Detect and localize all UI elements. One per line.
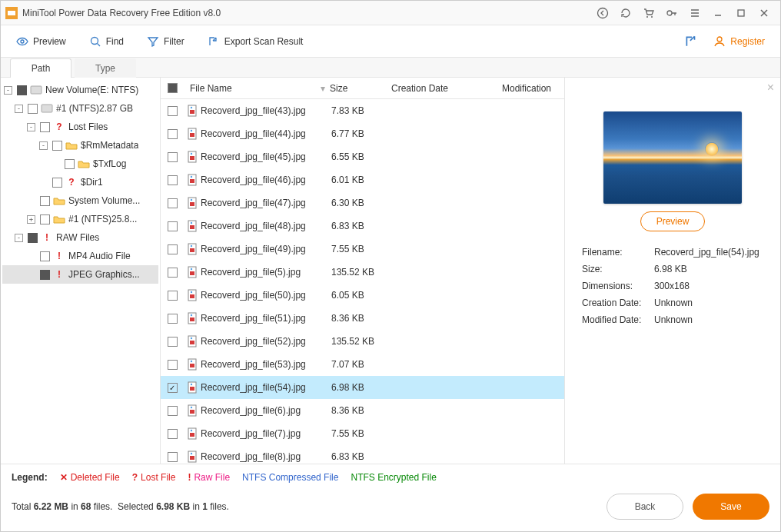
tree-drive2[interactable]: +#1 (NTFS)25.8... (2, 210, 158, 228)
tab-path[interactable]: Path (10, 58, 71, 78)
row-checkbox[interactable] (161, 244, 184, 254)
tree-root[interactable]: -New Volume(E: NTFS) (2, 81, 158, 99)
filter-button[interactable]: Filter (139, 31, 192, 52)
row-checkbox[interactable] (161, 221, 184, 231)
refresh-icon[interactable] (614, 2, 637, 24)
tree-rmmetadata[interactable]: -$RmMetadata (2, 136, 158, 155)
row-checkbox[interactable] (161, 314, 184, 324)
cart-icon[interactable] (637, 2, 660, 24)
row-checkbox[interactable] (161, 429, 184, 439)
image-file-icon (184, 289, 201, 301)
svg-rect-18 (190, 156, 194, 160)
tree-dir1[interactable]: ?$Dir1 (2, 173, 158, 191)
image-file-icon (184, 381, 201, 394)
tree-lost-files[interactable]: -?Lost Files (2, 118, 158, 136)
file-row[interactable]: Recoverd_jpg_file(51).jpg8.36 KB (161, 307, 564, 330)
file-name: Recoverd_jpg_file(46).jpg (201, 175, 331, 185)
row-checkbox[interactable] (161, 406, 184, 416)
row-checkbox[interactable] (161, 106, 184, 116)
file-size: 7.55 KB (331, 428, 393, 439)
file-name: Recoverd_jpg_file(5).jpg (201, 267, 331, 278)
svg-point-22 (191, 176, 192, 178)
file-row[interactable]: Recoverd_jpg_file(5).jpg135.52 KB (161, 261, 564, 284)
share-button[interactable] (680, 30, 703, 53)
row-checkbox[interactable] (161, 291, 184, 301)
tree-sysvol[interactable]: System Volume... (2, 191, 158, 210)
file-row[interactable]: Recoverd_jpg_file(53).jpg7.07 KB (161, 353, 564, 376)
preview-open-button[interactable]: Preview (640, 211, 705, 231)
image-file-icon (184, 451, 201, 463)
row-checkbox[interactable] (161, 152, 184, 162)
tree-raw[interactable]: -!RAW Files (2, 228, 158, 247)
svg-point-49 (191, 384, 192, 385)
row-checkbox[interactable] (161, 268, 184, 278)
tree-drive1[interactable]: -#1 (NTFS)2.87 GB (2, 99, 158, 118)
preview-button[interactable]: Preview (8, 31, 74, 52)
register-label: Register (730, 36, 765, 47)
file-row[interactable]: Recoverd_jpg_file(47).jpg6.30 KB (161, 191, 564, 214)
select-all-checkbox[interactable] (161, 83, 184, 93)
tree-jpeg[interactable]: !JPEG Graphics... (2, 265, 158, 284)
file-row[interactable]: Recoverd_jpg_file(6).jpg8.36 KB (161, 399, 564, 422)
file-row[interactable]: Recoverd_jpg_file(8).jpg6.83 KB (161, 445, 564, 464)
meta-val-mdate: Unknown (654, 314, 763, 325)
row-checkbox[interactable] (161, 383, 184, 393)
svg-point-6 (21, 40, 24, 43)
find-button[interactable]: Find (81, 31, 131, 52)
key-icon[interactable] (660, 2, 683, 24)
file-row[interactable]: Recoverd_jpg_file(49).jpg7.55 KB (161, 238, 564, 261)
row-checkbox[interactable] (161, 175, 184, 185)
list-header: File Name▾ Size Creation Date Modificati… (161, 78, 564, 99)
file-row[interactable]: Recoverd_jpg_file(45).jpg6.55 KB (161, 145, 564, 168)
col-filename[interactable]: File Name▾ (184, 83, 330, 94)
file-row[interactable]: Recoverd_jpg_file(48).jpg6.83 KB (161, 214, 564, 238)
file-row[interactable]: Recoverd_jpg_file(50).jpg6.05 KB (161, 284, 564, 307)
svg-point-58 (191, 453, 192, 454)
file-row[interactable]: Recoverd_jpg_file(46).jpg6.01 KB (161, 168, 564, 191)
nav-back-icon[interactable] (591, 2, 614, 24)
row-checkbox[interactable] (161, 360, 184, 370)
file-row[interactable]: Recoverd_jpg_file(43).jpg7.83 KB (161, 99, 564, 122)
file-list[interactable]: Recoverd_jpg_file(43).jpg7.83 KBRecoverd… (161, 99, 564, 464)
preview-image (603, 111, 742, 204)
file-size: 6.05 KB (331, 290, 393, 301)
close-button[interactable] (753, 2, 776, 24)
tab-type[interactable]: Type (75, 58, 136, 78)
svg-rect-15 (190, 133, 194, 137)
tree-txflog[interactable]: $TxfLog (2, 155, 158, 173)
meta-val-size: 6.98 KB (654, 264, 763, 274)
back-button[interactable]: Back (607, 494, 683, 520)
save-button[interactable]: Save (693, 494, 769, 520)
meta-key-mdate: Modified Date: (582, 314, 654, 325)
file-row[interactable]: Recoverd_jpg_file(52).jpg135.52 KB (161, 330, 564, 353)
menu-icon[interactable] (683, 2, 706, 24)
svg-rect-24 (190, 202, 194, 206)
export-button[interactable]: Export Scan Result (200, 31, 311, 52)
register-button[interactable]: Register (706, 31, 773, 52)
close-preview-icon[interactable]: × (767, 81, 774, 95)
filter-label: Filter (164, 36, 184, 47)
file-row[interactable]: Recoverd_jpg_file(7).jpg7.55 KB (161, 422, 564, 445)
folder-tree[interactable]: -New Volume(E: NTFS) -#1 (NTFS)2.87 GB -… (1, 78, 161, 464)
file-row[interactable]: Recoverd_jpg_file(44).jpg6.77 KB (161, 122, 564, 145)
folder-icon (53, 195, 65, 206)
svg-rect-54 (190, 433, 194, 437)
col-creation[interactable]: Creation Date (391, 83, 502, 94)
svg-point-19 (191, 153, 192, 155)
minimize-button[interactable] (706, 2, 729, 24)
col-size[interactable]: Size (330, 83, 391, 94)
maximize-button[interactable] (729, 2, 753, 24)
row-checkbox[interactable] (161, 198, 184, 208)
row-checkbox[interactable] (161, 337, 184, 347)
svg-rect-9 (31, 86, 42, 94)
app-icon (5, 7, 18, 19)
row-checkbox[interactable] (161, 129, 184, 139)
view-tabs: Path Type (1, 58, 780, 78)
svg-point-13 (191, 107, 192, 108)
svg-rect-57 (190, 456, 194, 460)
folder-icon (65, 140, 78, 151)
tree-mp4[interactable]: !MP4 Audio File (2, 247, 158, 265)
row-checkbox[interactable] (161, 452, 184, 462)
file-row[interactable]: Recoverd_jpg_file(54).jpg6.98 KB (161, 376, 564, 399)
col-modification[interactable]: Modification (502, 83, 556, 94)
